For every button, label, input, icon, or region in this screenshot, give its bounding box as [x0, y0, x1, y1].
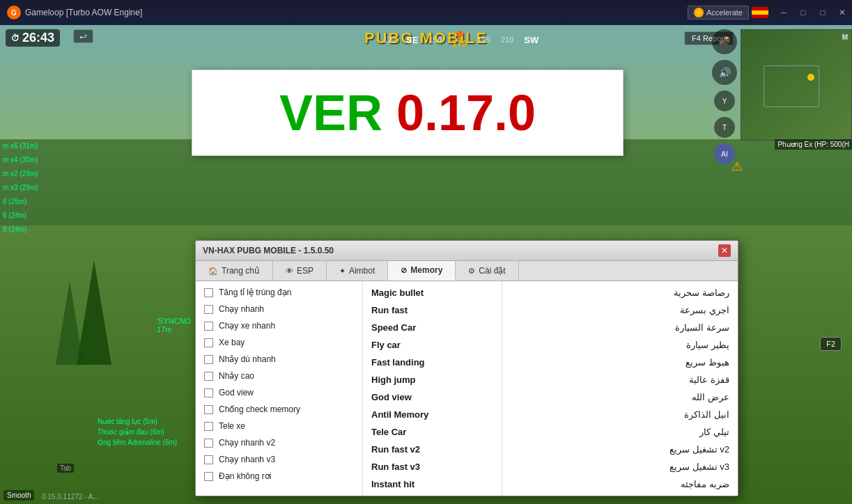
center-item-6[interactable]: High jump: [363, 371, 502, 388]
right-item-1[interactable]: رصاصة سحرية: [502, 284, 738, 301]
language-flag[interactable]: [752, 7, 768, 18]
grenade-icon: 💣: [712, 29, 737, 54]
right-item-7[interactable]: عرض الله: [502, 388, 738, 406]
dialog-close-button[interactable]: ✕: [718, 244, 731, 257]
center-panel: Magic bullet Run fast Speed Car Fly car …: [363, 281, 502, 496]
checkbox-10[interactable]: [204, 439, 213, 448]
left-item-11[interactable]: Chạy nhanh v3: [196, 451, 362, 468]
compass-bar: 120 SE 150 170 195 210 SW: [209, 29, 713, 50]
checkbox-12[interactable]: [204, 472, 213, 481]
left-item-12[interactable]: Đạn không rơi: [196, 468, 362, 485]
game-timer: ⏱ 26:43: [6, 29, 60, 47]
tab-home[interactable]: 🏠 Trang chủ: [196, 261, 273, 281]
tab-label: Tab: [57, 464, 74, 473]
right-item-9[interactable]: تيلي كار: [502, 423, 738, 441]
right-item-8[interactable]: انيل الذاكرة: [502, 406, 738, 423]
dialog-content: Tăng tỉ lệ trúng đạn Chạy nhanh Chạy xe …: [196, 281, 738, 496]
sound-icon: 🔊: [712, 60, 737, 85]
control-y[interactable]: Y: [714, 90, 735, 111]
center-item-4[interactable]: Fly car: [363, 336, 502, 354]
ver-text-red: 0.17.0: [396, 84, 536, 141]
app-title: Gameloop [Turbo AOW Engine]: [25, 8, 142, 17]
left-item-5[interactable]: Nhảy dù nhanh: [196, 351, 362, 368]
f2-button[interactable]: F2: [820, 337, 842, 351]
checkbox-6[interactable]: [204, 372, 213, 381]
stat-item: m x6 (31m): [0, 139, 41, 153]
checkbox-7[interactable]: [204, 388, 213, 397]
center-item-7[interactable]: God view: [363, 388, 502, 406]
control-t[interactable]: T: [714, 117, 735, 138]
window-minimize-button[interactable]: □: [793, 3, 813, 22]
left-item-10[interactable]: Chạy nhanh v2: [196, 434, 362, 451]
stat-item: m x3 (29m): [0, 181, 41, 195]
right-item-6[interactable]: قفزة عالية: [502, 371, 738, 388]
right-item-4[interactable]: يطير سيارة: [502, 336, 738, 354]
checkbox-9[interactable]: [204, 422, 213, 431]
crosshair-icon: ✦: [339, 267, 346, 276]
compass-marker: [456, 30, 463, 38]
accelerate-button[interactable]: ⚡ Accelerate: [688, 6, 749, 19]
left-item-1[interactable]: Tăng tỉ lệ trúng đạn: [196, 284, 362, 301]
lightning-icon: ⚡: [694, 8, 704, 17]
window-restore-button[interactable]: ─: [774, 3, 793, 22]
right-item-2[interactable]: اجري بسرعة: [502, 301, 738, 319]
dialog-tabs: 🏠 Trang chủ 👁 ESP ✦ Aimbot ⊘ Memory ⚙ Cà…: [196, 261, 738, 281]
right-item-12[interactable]: ضربه مفاجئه: [502, 475, 738, 493]
home-icon: 🏠: [208, 267, 218, 276]
window-maximize-button[interactable]: □: [813, 3, 832, 22]
right-item-10[interactable]: v2 تشغيل سريع: [502, 441, 738, 458]
center-item-1[interactable]: Magic bullet: [363, 284, 502, 301]
left-panel: Tăng tỉ lệ trúng đạn Chạy nhanh Chạy xe …: [196, 281, 363, 496]
checkbox-3[interactable]: [204, 322, 213, 331]
settings-icon: ⚙: [468, 267, 475, 276]
right-item-11[interactable]: v3 تشغيل سريع: [502, 458, 738, 475]
right-panel: رصاصة سحرية اجري بسرعة سرعة السيارة يطير…: [502, 281, 738, 496]
memory-icon: ⊘: [401, 266, 407, 275]
right-item-5[interactable]: هبوط سريع: [502, 354, 738, 371]
checkbox-2[interactable]: [204, 305, 213, 314]
dialog-title: VN-HAX PUBG MOBILE - 1.5.0.50: [203, 246, 334, 255]
checkbox-5[interactable]: [204, 355, 213, 364]
center-item-11[interactable]: Run fast v3: [363, 458, 502, 475]
tab-aimbot[interactable]: ✦ Aimbot: [327, 261, 388, 281]
stat-item: 6 (24m): [0, 209, 41, 223]
left-item-2[interactable]: Chạy nhanh: [196, 301, 362, 317]
checkbox-1[interactable]: [204, 288, 213, 297]
stat-item: 8 (24m): [0, 223, 41, 237]
syncno-label: 'SYNCNO 17m: [157, 317, 191, 333]
left-item-6[interactable]: Nhảy cao: [196, 368, 362, 384]
nuc-label: Nước tăng lực (5m): [98, 418, 157, 425]
tab-esp[interactable]: 👁 ESP: [273, 261, 327, 281]
center-item-2[interactable]: Run fast: [363, 301, 502, 319]
right-item-3[interactable]: سرعة السيارة: [502, 319, 738, 336]
vnhax-dialog: VN-HAX PUBG MOBILE - 1.5.0.50 ✕ 🏠 Trang …: [195, 240, 738, 496]
eye-icon: 👁: [286, 267, 293, 275]
version-overlay: VER 0.17.0: [192, 70, 623, 156]
warning-icon: ⚠: [731, 159, 743, 174]
window-close-button[interactable]: ✕: [832, 3, 852, 22]
center-item-5[interactable]: Fast landing: [363, 354, 502, 371]
checkbox-8[interactable]: [204, 405, 213, 414]
checkbox-4[interactable]: [204, 338, 213, 347]
left-item-8[interactable]: Chống check memory: [196, 401, 362, 418]
center-item-8[interactable]: Antil Memory: [363, 406, 502, 423]
left-item-4[interactable]: Xe bay: [196, 334, 362, 351]
center-item-3[interactable]: Speed Car: [363, 319, 502, 336]
center-item-9[interactable]: Tele Car: [363, 423, 502, 441]
left-item-3[interactable]: Chạy xe nhanh: [196, 317, 362, 334]
exit-button[interactable]: ⮐: [73, 29, 93, 43]
tab-memory[interactable]: ⊘ Memory: [388, 261, 456, 281]
tab-settings[interactable]: ⚙ Cài đặt: [456, 261, 518, 281]
left-item-7[interactable]: God view: [196, 384, 362, 401]
stat-item: 6 (25m): [0, 195, 41, 209]
ong-label: Ống tiêm Adrenaline (6m): [98, 439, 177, 446]
thuoc-label: Thuốc giảm đau (6m): [98, 428, 164, 436]
dialog-title-bar: VN-HAX PUBG MOBILE - 1.5.0.50 ✕: [196, 241, 738, 261]
center-item-12[interactable]: Instant hit: [363, 475, 502, 493]
smooth-label: Smooth: [3, 490, 34, 501]
checkbox-11[interactable]: [204, 455, 213, 464]
app-logo: G Gameloop [Turbo AOW Engine]: [0, 6, 149, 19]
top-bar: G Gameloop [Turbo AOW Engine] ⚡ Accelera…: [0, 0, 852, 25]
left-item-9[interactable]: Tele xe: [196, 418, 362, 434]
center-item-10[interactable]: Run fast v2: [363, 441, 502, 458]
